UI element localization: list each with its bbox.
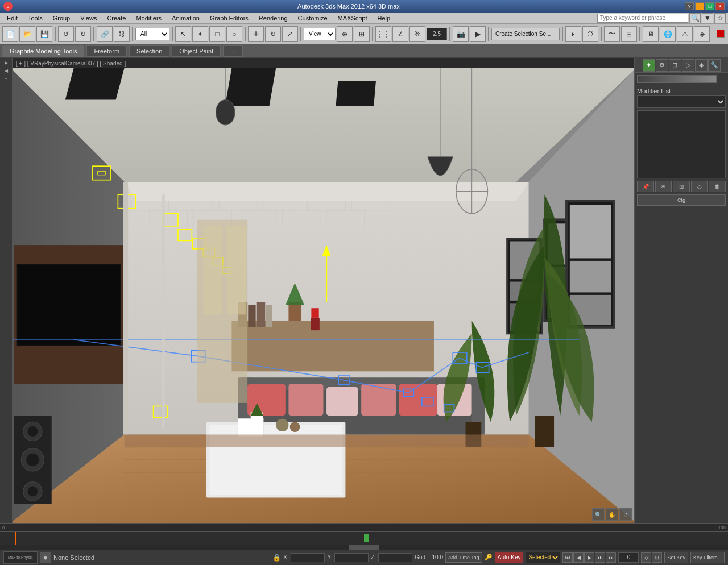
timeline-track[interactable]: [0, 532, 728, 545]
left-icon-1[interactable]: ▶: [3, 59, 9, 67]
scale-btn[interactable]: ⤢: [282, 26, 298, 42]
red-x-btn[interactable]: [717, 30, 725, 38]
menu-modifiers[interactable]: Modifiers: [131, 14, 166, 23]
frame-counter[interactable]: 0: [618, 552, 639, 563]
unknown-icon1[interactable]: ◆: [40, 552, 51, 563]
menu-rendering[interactable]: Rendering: [254, 14, 292, 23]
menu-customize[interactable]: Customize: [293, 14, 332, 23]
set-key-btn[interactable]: Set Key: [664, 552, 688, 563]
rotate-btn[interactable]: ↻: [265, 26, 281, 42]
graphite-tab[interactable]: Graphite Modeling Tools: [2, 45, 84, 57]
timeline-scrollbar[interactable]: [0, 545, 728, 550]
go-start-btn[interactable]: ⏮: [562, 552, 573, 563]
dope-sheet-btn[interactable]: ⊟: [621, 26, 637, 42]
menu-views[interactable]: Views: [76, 14, 101, 23]
redo-btn[interactable]: ↻: [75, 26, 91, 42]
time-tags-btn[interactable]: ⊡: [652, 552, 662, 563]
menu-animation[interactable]: Animation: [167, 14, 204, 23]
material-editor-btn[interactable]: ◈: [694, 26, 710, 42]
select-btn[interactable]: ↖: [175, 26, 191, 42]
motion-icon[interactable]: ▷: [682, 59, 694, 72]
menu-help[interactable]: Help: [373, 14, 395, 23]
search-options-btn[interactable]: ▼: [702, 13, 713, 23]
close-btn[interactable]: ✕: [715, 2, 725, 10]
x-input[interactable]: [291, 553, 325, 562]
key-mode-btn[interactable]: ◇: [641, 552, 651, 563]
create-selection-btn[interactable]: Create Selection Se...: [491, 28, 560, 40]
timeline-scroll-thumb[interactable]: [349, 545, 378, 550]
orbit-icon[interactable]: ↺: [619, 508, 632, 521]
render-frame-btn[interactable]: 🖥: [643, 26, 659, 42]
filter-dropdown[interactable]: All: [135, 28, 169, 40]
open-btn[interactable]: 📂: [19, 26, 35, 42]
next-frame-btn[interactable]: ⏭: [595, 552, 605, 563]
viewport-nav-icons[interactable]: 🔍 ✋ ↺: [592, 508, 632, 521]
hierarchy-icon[interactable]: ⊞: [669, 59, 681, 72]
cfg-mod-sets-btn[interactable]: Cfg: [637, 194, 726, 206]
pivot-btn[interactable]: ⊞: [354, 26, 370, 42]
window-controls[interactable]: ? _ □ ✕: [685, 2, 725, 10]
undo-btn[interactable]: ↺: [58, 26, 74, 42]
zoom-icon[interactable]: 🔍: [592, 508, 605, 521]
freeform-tab[interactable]: Freeform: [86, 45, 127, 57]
new-btn[interactable]: 📄: [2, 26, 18, 42]
view-dropdown[interactable]: View: [304, 28, 336, 40]
render-msg-btn[interactable]: ⚠: [677, 26, 693, 42]
selected-dropdown[interactable]: Selected All: [526, 552, 560, 563]
time-config-btn[interactable]: ⏱: [582, 26, 598, 42]
prev-frame-btn[interactable]: ◀: [573, 552, 584, 563]
quick-render-btn[interactable]: ▶: [470, 26, 486, 42]
display-icon[interactable]: ◈: [695, 59, 708, 72]
left-icon-3[interactable]: +: [3, 75, 9, 82]
bookmark-btn[interactable]: ☆: [714, 13, 726, 23]
snap-toggle-btn[interactable]: ⋮⋮: [375, 26, 391, 42]
circular-select-btn[interactable]: ○: [226, 26, 242, 42]
maximize-btn[interactable]: □: [705, 2, 714, 10]
utilities-icon[interactable]: 🔧: [708, 59, 721, 72]
make-unique-btn[interactable]: ◇: [691, 181, 708, 192]
modify-icon[interactable]: ⚙: [656, 59, 668, 72]
extra-tab[interactable]: ...: [223, 45, 243, 57]
lock-icon[interactable]: 🔒: [272, 554, 281, 562]
left-icon-2[interactable]: ◀: [3, 67, 9, 74]
percent-snap-btn[interactable]: %: [410, 26, 425, 42]
auto-key-btn[interactable]: Auto Key: [495, 552, 524, 563]
menu-group[interactable]: Group: [48, 14, 75, 23]
key-filters-btn[interactable]: Key Filters...: [690, 552, 725, 563]
search-input[interactable]: [597, 14, 688, 23]
play-anim-btn[interactable]: ⏵: [565, 26, 581, 42]
minimize-btn[interactable]: _: [695, 2, 704, 10]
menu-edit[interactable]: Edit: [2, 14, 22, 23]
key-icon[interactable]: 🔑: [485, 554, 493, 561]
max-physc-btn[interactable]: Max to Physc.: [3, 551, 38, 564]
menu-create[interactable]: Create: [102, 14, 130, 23]
curve-editor-btn[interactable]: 〜: [604, 26, 620, 42]
remove-modifier-btn[interactable]: 🗑: [709, 181, 726, 192]
ref-coord-btn[interactable]: ⊕: [337, 26, 353, 42]
spinner-value[interactable]: 2.5: [427, 28, 447, 40]
save-btn[interactable]: 💾: [36, 26, 52, 42]
rect-select-btn[interactable]: □: [209, 26, 225, 42]
y-input[interactable]: [334, 553, 369, 562]
move-btn[interactable]: ✛: [248, 26, 264, 42]
show-end-btn[interactable]: ⊡: [673, 181, 690, 192]
object-paint-tab[interactable]: Object Paint: [172, 45, 221, 57]
selection-tab[interactable]: Selection: [129, 45, 169, 57]
menu-maxscript[interactable]: MAXScript: [333, 14, 372, 23]
pin-stack-btn[interactable]: 📌: [637, 181, 654, 192]
modifier-dropdown[interactable]: [637, 95, 726, 108]
color-swatch[interactable]: [637, 75, 717, 83]
unlink-btn[interactable]: ⛓: [114, 26, 130, 42]
menu-graph-editors[interactable]: Graph Editors: [205, 14, 253, 23]
go-end-btn[interactable]: ⏭: [606, 552, 616, 563]
show-result-btn[interactable]: 👁: [655, 181, 672, 192]
viewport[interactable]: [ + ] [ VRayPhysicalCamera007 ] [ Shaded…: [13, 58, 634, 523]
search-btn[interactable]: 🔍: [689, 13, 701, 23]
angle-snap-btn[interactable]: ∠: [392, 26, 408, 42]
help-btn[interactable]: ?: [685, 2, 694, 10]
select-link-btn[interactable]: 🔗: [97, 26, 113, 42]
create-icon[interactable]: ✦: [643, 59, 655, 72]
env-effects-btn[interactable]: 🌐: [660, 26, 676, 42]
pan-icon[interactable]: ✋: [606, 508, 618, 521]
play-btn[interactable]: ▶: [584, 552, 594, 563]
